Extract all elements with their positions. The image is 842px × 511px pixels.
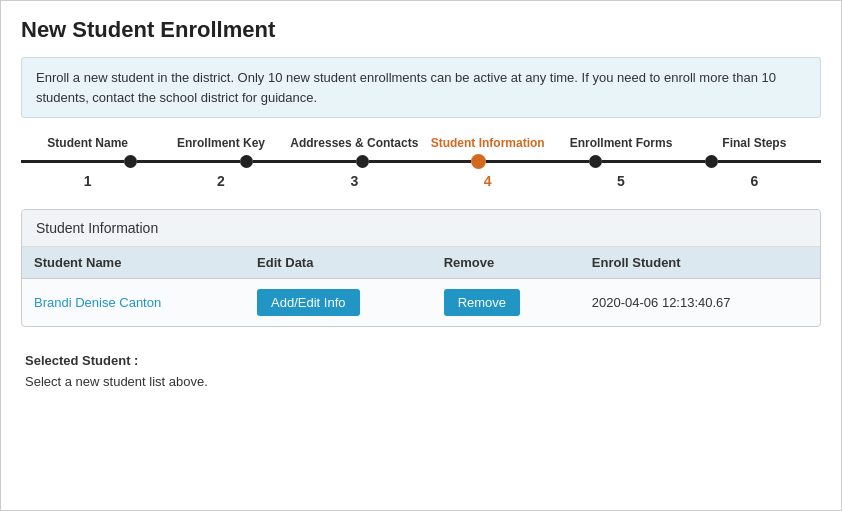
col-header-enroll-student: Enroll Student bbox=[580, 247, 820, 279]
track-line-4-5 bbox=[486, 160, 589, 163]
step-label-6[interactable]: Final Steps bbox=[688, 136, 821, 150]
step-label-2[interactable]: Enrollment Key bbox=[154, 136, 287, 150]
step-label-5[interactable]: Enrollment Forms bbox=[554, 136, 687, 150]
page-container: New Student Enrollment Enroll a new stud… bbox=[0, 0, 842, 511]
col-header-remove: Remove bbox=[432, 247, 580, 279]
step-number-3: 3 bbox=[288, 173, 421, 189]
step-dot-3 bbox=[356, 155, 369, 168]
table-row: Brandi Denise Canton Add/Edit Info Remov… bbox=[22, 279, 820, 327]
stepper: Student Name Enrollment Key Addresses & … bbox=[21, 136, 821, 189]
table-body: Brandi Denise Canton Add/Edit Info Remov… bbox=[22, 279, 820, 327]
selected-student-section: Selected Student : Select a new student … bbox=[21, 343, 821, 393]
step-dot-4 bbox=[471, 154, 486, 169]
step-label-4[interactable]: Student Information bbox=[421, 136, 554, 150]
stepper-numbers: 1 2 3 4 5 6 bbox=[21, 173, 821, 189]
col-header-edit-data: Edit Data bbox=[245, 247, 432, 279]
step-number-5: 5 bbox=[554, 173, 687, 189]
step-dot-1 bbox=[124, 155, 137, 168]
track-line-before-1 bbox=[21, 160, 124, 163]
step-dot-6 bbox=[705, 155, 718, 168]
track-line-1-2 bbox=[137, 160, 240, 163]
step-number-4: 4 bbox=[421, 173, 554, 189]
col-header-student-name: Student Name bbox=[22, 247, 245, 279]
step-label-1[interactable]: Student Name bbox=[21, 136, 154, 150]
step-dot-2 bbox=[240, 155, 253, 168]
selected-student-label: Selected Student : bbox=[25, 353, 817, 368]
track-line-5-6 bbox=[602, 160, 705, 163]
cell-edit-data: Add/Edit Info bbox=[245, 279, 432, 327]
add-edit-info-button[interactable]: Add/Edit Info bbox=[257, 289, 359, 316]
track-line-after-6 bbox=[718, 160, 821, 163]
cell-remove: Remove bbox=[432, 279, 580, 327]
step-label-3[interactable]: Addresses & Contacts bbox=[288, 136, 421, 150]
cell-enroll-student: 2020-04-06 12:13:40.67 bbox=[580, 279, 820, 327]
remove-button[interactable]: Remove bbox=[444, 289, 520, 316]
step-number-2: 2 bbox=[154, 173, 287, 189]
info-banner: Enroll a new student in the district. On… bbox=[21, 57, 821, 118]
student-name-link[interactable]: Brandi Denise Canton bbox=[34, 295, 161, 310]
step-number-6: 6 bbox=[688, 173, 821, 189]
content-card-header: Student Information bbox=[22, 210, 820, 247]
page-title: New Student Enrollment bbox=[21, 17, 821, 43]
cell-student-name: Brandi Denise Canton bbox=[22, 279, 245, 327]
content-card-body: Student Name Edit Data Remove Enroll Stu… bbox=[22, 247, 820, 326]
table-header: Student Name Edit Data Remove Enroll Stu… bbox=[22, 247, 820, 279]
content-card: Student Information Student Name Edit Da… bbox=[21, 209, 821, 327]
step-dot-5 bbox=[589, 155, 602, 168]
student-table: Student Name Edit Data Remove Enroll Stu… bbox=[22, 247, 820, 326]
stepper-track bbox=[21, 154, 821, 169]
step-number-1: 1 bbox=[21, 173, 154, 189]
track-line-2-3 bbox=[253, 160, 356, 163]
stepper-labels: Student Name Enrollment Key Addresses & … bbox=[21, 136, 821, 150]
track-line-3-4 bbox=[369, 160, 472, 163]
selected-student-hint: Select a new student list above. bbox=[25, 374, 817, 389]
